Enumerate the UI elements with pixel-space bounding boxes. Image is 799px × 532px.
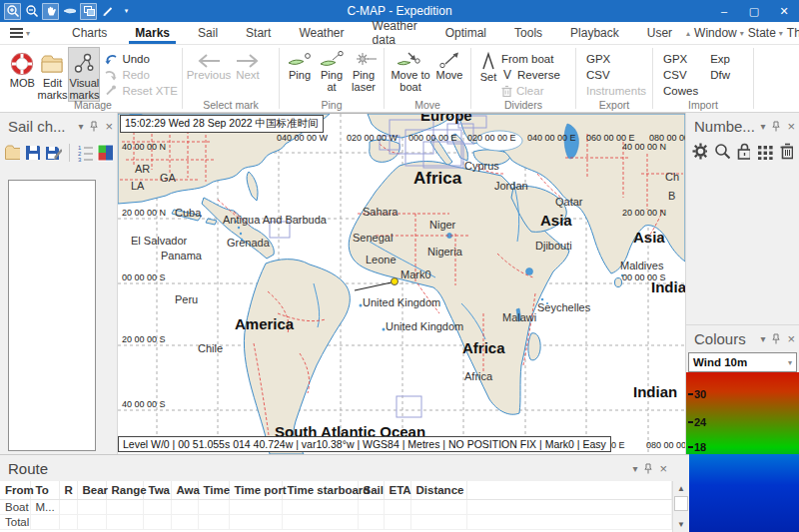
panel-pin-icon[interactable] [771, 333, 781, 344]
import-dfw-button[interactable]: Dfw [710, 67, 730, 82]
save-icon[interactable] [24, 144, 40, 162]
move-button[interactable]: Move [432, 47, 466, 81]
region-label: Indian [633, 383, 677, 400]
tab-tools[interactable]: Tools [500, 22, 556, 44]
import-gpx-button[interactable]: GPX [663, 51, 698, 66]
windows-icon[interactable] [80, 3, 97, 20]
scroll-up-icon[interactable]: ▲ [673, 481, 689, 496]
col-twa[interactable]: Twa [143, 481, 171, 500]
panel-dropdown-icon[interactable]: ▾ [760, 121, 765, 132]
trash-icon [501, 85, 512, 97]
folder-icon [40, 51, 64, 77]
dividers-clear-button[interactable]: Clear [501, 83, 560, 98]
hispaniola-island [206, 219, 217, 225]
chart-map[interactable]: Europe Africa Asia Asia America Africa I… [118, 113, 685, 454]
col-distance[interactable]: Distance [410, 481, 466, 500]
route-scrollbar[interactable]: ▲ ▼ [672, 481, 689, 532]
col-awa[interactable]: Awa [171, 481, 198, 500]
boat-icon[interactable] [61, 3, 78, 20]
close-button[interactable]: ✕ [769, 0, 799, 22]
route-row-total[interactable]: Total [0, 515, 672, 530]
col-time[interactable]: Time [198, 481, 229, 500]
panel-dropdown-icon[interactable]: ▾ [760, 333, 765, 344]
col-eta[interactable]: ETA [384, 481, 410, 500]
theme-menu[interactable]: Theme▾ [787, 26, 799, 40]
panel-close-icon[interactable]: × [787, 331, 795, 346]
tab-charts[interactable]: Charts [58, 22, 121, 44]
gear-icon[interactable] [692, 143, 707, 160]
import-csv-button[interactable]: CSV [663, 67, 698, 82]
visual-marks-button[interactable]: Visual marks [68, 47, 100, 102]
panel-close-icon[interactable]: × [787, 119, 795, 134]
save-edit-icon[interactable] [44, 144, 62, 162]
tab-sail[interactable]: Sail [184, 22, 232, 44]
route-row-boat[interactable]: BoatM... [0, 500, 672, 515]
next-mark-button[interactable]: Next [231, 47, 265, 81]
open-folder-icon[interactable] [4, 144, 20, 162]
dividers-from-boat-button[interactable]: From boat [501, 51, 560, 66]
tab-playback[interactable]: Playback [556, 22, 633, 44]
search-icon[interactable] [714, 143, 729, 160]
minimize-button[interactable]: – [709, 0, 739, 22]
export-instruments-button[interactable]: Instruments [586, 83, 646, 98]
ping-laser-button[interactable]: Ping laser [348, 47, 380, 93]
panel-pin-icon[interactable] [89, 121, 99, 132]
panel-dropdown-icon[interactable]: ▾ [78, 121, 83, 132]
scroll-thumb[interactable] [674, 496, 688, 511]
colour-source-select[interactable]: Wind 10m ▾ [688, 352, 797, 372]
trash-icon[interactable] [780, 143, 794, 160]
app-menu-button[interactable]: ▾ [0, 22, 40, 44]
tab-optimal[interactable]: Optimal [431, 22, 500, 44]
redo-button[interactable]: Redo [104, 67, 178, 82]
col-r[interactable]: R [59, 481, 77, 500]
tab-user[interactable]: User [633, 22, 686, 44]
collapse-ribbon-icon[interactable]: ▴ [686, 29, 690, 38]
tab-marks[interactable]: Marks [121, 22, 184, 44]
edit-marks-button[interactable]: Edit marks [37, 47, 69, 102]
col-time-starboard[interactable]: Time starboard [282, 481, 358, 500]
panel-pin-icon[interactable] [771, 121, 781, 132]
ping-button[interactable]: Ping [284, 47, 316, 81]
tab-weather[interactable]: Weather [285, 22, 358, 44]
panel-dropdown-icon[interactable]: ▾ [632, 463, 637, 474]
maximize-button[interactable]: ▢ [739, 0, 769, 22]
zoom-out-icon[interactable] [23, 3, 40, 20]
import-exp-button[interactable]: Exp [710, 51, 730, 66]
import-cowes-button[interactable]: Cowes [663, 83, 698, 98]
ping-at-button[interactable]: Ping at [316, 47, 348, 93]
tab-start[interactable]: Start [232, 22, 285, 44]
state-menu[interactable]: State▾ [748, 26, 783, 40]
mob-button[interactable]: MOB [8, 47, 37, 90]
lock-icon[interactable] [737, 143, 751, 160]
colour-palette-icon[interactable] [97, 144, 113, 162]
export-csv-button[interactable]: CSV [586, 67, 646, 82]
panel-pin-icon[interactable] [643, 463, 653, 474]
reset-xte-button[interactable]: Reset XTE [104, 83, 178, 98]
undo-button[interactable]: Undo [104, 51, 178, 66]
set-dividers-button[interactable]: Set [475, 47, 501, 83]
panel-close-icon[interactable]: × [105, 119, 113, 134]
col-range[interactable]: Range [106, 481, 143, 500]
previous-mark-button[interactable]: Previous [187, 47, 231, 81]
dividers-reverse-button[interactable]: V Reverse [501, 67, 560, 82]
panel-close-icon[interactable]: × [659, 461, 667, 476]
col-from[interactable]: From [0, 481, 30, 500]
export-gpx-button[interactable]: GPX [586, 51, 646, 66]
window-menu[interactable]: Window▾ [694, 26, 744, 40]
pan-hand-icon[interactable] [42, 3, 59, 20]
qat-more-icon[interactable]: ▾ [118, 3, 135, 20]
col-to[interactable]: To [30, 481, 59, 500]
numbered-list-icon[interactable]: 123 [77, 144, 93, 162]
grid-icon[interactable] [757, 143, 772, 160]
col-bear[interactable]: Bear [77, 481, 106, 500]
scroll-down-icon[interactable]: ▼ [673, 517, 689, 532]
tab-weather-data[interactable]: Weather data [359, 22, 431, 44]
lat-label: 00 00 00 S [622, 272, 666, 282]
sail-chart-list[interactable] [8, 180, 96, 451]
zoom-in-icon[interactable] [4, 3, 21, 20]
window-controls: – ▢ ✕ [709, 0, 799, 22]
col-time-port[interactable]: Time port [229, 481, 282, 500]
pen-icon[interactable] [99, 3, 116, 20]
scale-tick: 24 [688, 416, 706, 428]
move-to-boat-button[interactable]: Move to boat [389, 47, 432, 93]
